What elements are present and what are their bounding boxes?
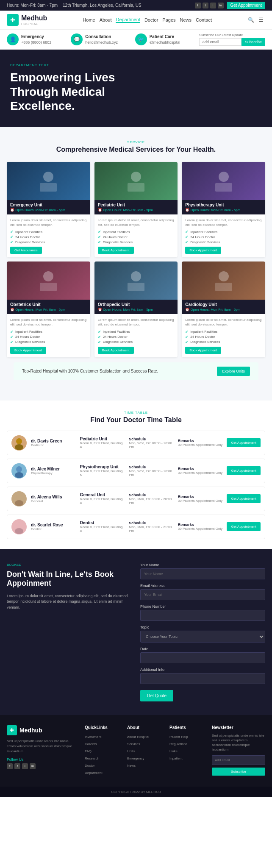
doctor-row-4: dr. Scarlet Rose Dentist Dentist Room 8,… xyxy=(7,515,265,539)
unit-room-1: Room 8, First Floor, Building A xyxy=(80,441,125,449)
booking-tag: BOOKED xyxy=(7,563,132,567)
doctor-remarks-2: Remarks 30 Patients Appointment Only xyxy=(178,467,223,475)
card-obstetrics-btn[interactable]: Book Appointment xyxy=(10,347,46,354)
footer-patients-list: Patient Help Regulations Links Inpatient xyxy=(169,733,205,761)
footer-logo-icon: ✚ xyxy=(7,725,17,735)
nav-contact[interactable]: Contact xyxy=(196,17,212,22)
card-orthopedic-header: Orthopedic Unit ⏰ Open Hours: Mon-Fri: 8… xyxy=(94,300,178,314)
appointment-btn-2[interactable]: Get Appointment xyxy=(227,466,261,475)
facebook-icon[interactable]: f xyxy=(195,3,201,8)
link-research[interactable]: Research xyxy=(85,757,99,760)
link-links[interactable]: Links xyxy=(169,749,178,753)
nav-about[interactable]: About xyxy=(100,17,112,22)
link-doctor[interactable]: Doctor xyxy=(85,764,95,768)
link-patient-help[interactable]: Patient Help xyxy=(169,735,188,739)
nav-department[interactable]: Department xyxy=(116,17,140,23)
header: ✚ Medhub HOSPITAL Home About Department … xyxy=(0,11,272,30)
card-cardiology-btn[interactable]: Book Appointment xyxy=(185,347,221,354)
link-faq[interactable]: FAQ xyxy=(85,749,92,753)
svg-point-6 xyxy=(43,271,53,281)
remarks-text-2: 30 Patients Appointment Only xyxy=(178,471,223,475)
twitter-icon[interactable]: t xyxy=(203,3,208,8)
card-emergency-hours: ⏰ Open Hours: Mon-Fri: 8am - 5pm xyxy=(10,208,87,212)
footer-quicklinks-list: Investment Careers FAQ Research Doctor D… xyxy=(85,733,120,775)
footer-linkedin-icon[interactable]: in xyxy=(30,763,36,769)
link-careers[interactable]: Careers xyxy=(85,742,97,746)
menu-icon[interactable]: ☰ xyxy=(258,16,265,24)
svg-rect-5 xyxy=(215,183,232,192)
link-inpatient[interactable]: Inpatient xyxy=(169,757,183,760)
doctor-unit-2: Physiotherapy Unit Room 8, First Floor, … xyxy=(80,465,125,477)
link-about-hospital[interactable]: About Hospital xyxy=(127,735,149,739)
get-quote-button[interactable]: Get Quote xyxy=(140,690,173,701)
doctor-avatar-2 xyxy=(11,463,27,479)
link-units[interactable]: Units xyxy=(127,749,135,753)
subscribe-button[interactable]: Subscribe xyxy=(241,38,265,46)
instagram-icon[interactable]: i xyxy=(210,3,216,8)
card-orthopedic-btn[interactable]: Book Appointment xyxy=(98,347,134,354)
phone-input[interactable] xyxy=(140,610,265,621)
top-appointment-button[interactable]: Get Appointment xyxy=(227,2,266,9)
newsletter-subscribe-button[interactable]: Subscribe xyxy=(212,768,265,776)
link-services[interactable]: Services xyxy=(127,742,140,746)
check-icon: ✔ xyxy=(185,240,189,244)
email-input[interactable] xyxy=(140,589,265,600)
svg-point-19 xyxy=(15,528,23,534)
link-regulations[interactable]: Regulations xyxy=(169,742,187,746)
unit-room-3: Room 8, First Floor, Building A xyxy=(80,497,125,505)
feature-item: ✔ Inpatient Facilities xyxy=(185,230,262,234)
phone-group: Phone Number xyxy=(140,604,265,621)
footer-instagram-icon[interactable]: i xyxy=(22,763,28,769)
svg-rect-11 xyxy=(215,283,232,291)
card-physiotherapy-body: Lorem ipsum dolor sit amet, consectetur … xyxy=(182,214,265,257)
feature-item: ✔ 24 Hours Doctor xyxy=(10,235,87,239)
card-emergency-features: ✔ Inpatient Facilities ✔ 24 Hours Doctor… xyxy=(10,230,87,244)
remarks-label-2: Remarks xyxy=(178,467,223,471)
card-cardiology-features: ✔ Inpatient Facilities ✔ 24 Hours Doctor… xyxy=(185,330,262,344)
footer-link-patient-help: Patient Help xyxy=(169,733,205,739)
explore-units-button[interactable]: Explore Units xyxy=(217,367,250,376)
doctor-name-2: dr. Alex Milner xyxy=(31,467,76,471)
card-emergency-btn[interactable]: Get Ambulance xyxy=(10,247,42,254)
card-physiotherapy-btn[interactable]: Book Appointment xyxy=(185,247,221,254)
appointment-btn-1[interactable]: Get Appointment xyxy=(227,438,261,447)
newsletter-input[interactable] xyxy=(212,755,265,765)
nav-news[interactable]: News xyxy=(180,17,192,22)
date-input[interactable] xyxy=(140,652,265,663)
banner-text: Top-Rated Hospital with 100% Customer Sa… xyxy=(22,369,158,373)
nav-doctor[interactable]: Doctor xyxy=(144,17,158,22)
link-emergency[interactable]: Emergency xyxy=(127,757,144,760)
link-investment[interactable]: Investment xyxy=(85,735,101,739)
nav-home[interactable]: Home xyxy=(83,17,95,22)
card-orthopedic: Orthopedic Unit ⏰ Open Hours: Mon-Fri: 8… xyxy=(94,262,178,357)
card-orthopedic-features: ✔ Inpatient Facilities ✔ 24 Hours Doctor… xyxy=(98,330,175,344)
link-department[interactable]: Department xyxy=(85,771,103,775)
additional-input[interactable] xyxy=(140,673,265,684)
feature-item: ✔ Diagnostic Services xyxy=(10,340,87,344)
search-icon[interactable]: 🔍 xyxy=(247,16,255,24)
feature-item: ✔ Inpatient Facilities xyxy=(185,330,262,334)
card-pediatric-btn[interactable]: Book Appointment xyxy=(98,247,134,254)
check-icon: ✔ xyxy=(98,335,101,339)
nav-pages[interactable]: Pages xyxy=(162,17,175,22)
link-news[interactable]: News xyxy=(127,764,136,768)
footer-facebook-icon[interactable]: f xyxy=(7,763,13,769)
card-cardiology-image xyxy=(182,262,265,300)
appointment-btn-3[interactable]: Get Appointment xyxy=(227,494,261,503)
name-input[interactable] xyxy=(140,568,265,579)
topic-select[interactable]: Choose Your Topic xyxy=(140,631,265,643)
subscribe-box: Subscribe Our Latest Update Subscribe xyxy=(199,33,265,46)
footer-twitter-icon[interactable]: t xyxy=(14,763,20,769)
services-tag: SERVICE xyxy=(7,140,265,144)
card-emergency-image xyxy=(7,162,90,200)
date-label: Date xyxy=(140,647,265,651)
check-icon: ✔ xyxy=(10,335,14,339)
email-group: Email Address xyxy=(140,584,265,600)
social-links: f t i in xyxy=(195,3,224,8)
appointment-btn-4[interactable]: Get Appointment xyxy=(227,522,261,531)
footer-social: f t i in xyxy=(7,763,78,769)
linkedin-icon[interactable]: in xyxy=(218,3,224,8)
consultation-email: hello@medhub.xyz xyxy=(85,40,118,45)
doctor-row-2: dr. Alex Milner Physiotherapy Physiother… xyxy=(7,459,265,483)
subscribe-input[interactable] xyxy=(199,38,241,46)
